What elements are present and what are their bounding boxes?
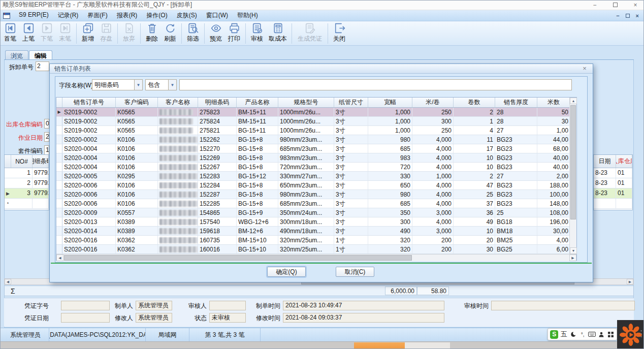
column-header[interactable]: 销售订单号 [62, 98, 116, 107]
menu-item[interactable]: 操作(O) [142, 10, 172, 21]
chevron-down-icon[interactable]: ▼ [168, 80, 176, 90]
vscroll-thumb[interactable] [570, 105, 576, 219]
toolbar-voucher-button[interactable]: 生成凭证 [295, 22, 325, 45]
window-maximize-icon[interactable] [610, 2, 620, 9]
sales-order-row[interactable]: S2019-0002K0565275821BG-15+111000mm/26u.… [56, 126, 576, 135]
sales-order-row[interactable]: S2020-0006K0106152285BG-15+8685mm/23um..… [56, 199, 576, 208]
toolbar-save-button[interactable]: 存盘 [98, 22, 115, 45]
sogou-logo-icon[interactable]: S [550, 330, 558, 339]
sales-order-row[interactable]: S2020-0002K0106152262BG-15+8980mm/23um..… [56, 135, 576, 144]
toolbar-delete-button[interactable]: 删除 [143, 22, 160, 45]
ok-button[interactable]: 确定(Q) [267, 267, 306, 277]
window-minimize-icon[interactable]: − [590, 2, 599, 9]
toolbar-close-form-button[interactable]: 关闭 [331, 22, 348, 45]
field-input[interactable]: 0 [44, 119, 49, 129]
table-row[interactable]: 8-2301 [594, 178, 632, 188]
menu-item[interactable]: 窗口(W) [202, 10, 233, 21]
column-header[interactable]: 销售厚度 [495, 98, 537, 107]
field-input[interactable]: 2 [44, 132, 49, 142]
scroll-up-icon[interactable]: ▲ [570, 98, 577, 104]
column-header-warehouse[interactable]: 入库仓库 [616, 155, 632, 168]
punctuation-icon[interactable]: °, [579, 330, 586, 339]
sales-order-row[interactable]: S2020-0005K0295152283BG-15+12330mm/27um.… [56, 172, 576, 181]
scroll-left-icon[interactable]: ◀ [56, 255, 63, 261]
sales-order-row[interactable]: S2020-0013K0389157540WBG-12+6300mm/18um.… [56, 217, 576, 227]
table-row[interactable] [594, 199, 632, 209]
column-header[interactable]: 卷数 [454, 98, 495, 107]
sales-order-row[interactable]: S2020-0004K0106152267BG-15+8720mm/23um..… [56, 163, 576, 172]
grid-header-row[interactable]: 销售订单号客户编码客户名称明细条码产品名称规格型号纸管尺寸宽幅米/卷卷数销售厚度… [56, 98, 576, 108]
table-row[interactable]: ▶397792 [5, 188, 49, 199]
mdi-minimize-icon[interactable]: − [616, 13, 619, 19]
toolbar-preview-button[interactable]: 预览 [207, 22, 224, 45]
column-header[interactable]: 米/卷 [412, 98, 454, 107]
column-header-no[interactable]: NO# [11, 155, 33, 168]
column-header[interactable]: 米数 [537, 98, 570, 107]
sales-order-row[interactable]: S2020-0016K0362160735BM-15+10320mm/25um.… [56, 236, 576, 245]
scroll-down-icon[interactable]: ▼ [570, 247, 577, 254]
chinese-mode-icon[interactable]: 五 [560, 330, 567, 339]
toolbar-new-record-button[interactable]: 新增 [79, 22, 96, 45]
table-row[interactable]: 197792 [5, 168, 49, 178]
column-header[interactable]: 客户名称 [158, 98, 198, 107]
sales-order-row[interactable]: S2020-0016K0362160016BG-15+10320mm/25um.… [56, 245, 576, 254]
sales-order-row[interactable]: S2019-0002K0565275824BM-15+111000mm/26u.… [56, 117, 576, 126]
taskbar-active-app[interactable] [354, 342, 405, 349]
menu-item[interactable]: 帮助(H) [233, 10, 263, 21]
search-input[interactable] [179, 79, 572, 90]
menu-item[interactable]: 皮肤(S) [172, 10, 202, 21]
table-row[interactable]: * [5, 199, 49, 209]
menu-item[interactable]: 报表(R) [112, 10, 142, 21]
chevron-down-icon[interactable]: ▼ [134, 80, 142, 90]
cancel-button[interactable]: 取消(C) [336, 267, 374, 277]
sales-order-row[interactable]: S2020-0009K0557154865BG-15+9350mm/24um..… [56, 208, 576, 217]
menu-item[interactable]: 界面(F) [83, 10, 112, 21]
scroll-right-icon[interactable]: ▶ [569, 255, 576, 261]
table-row[interactable]: 8-2301 [594, 168, 632, 178]
grid-vscrollbar[interactable]: ▲ ▼ [569, 98, 576, 254]
mdi-restore-icon[interactable] [626, 13, 630, 19]
toolbar-discard-button[interactable]: 放弃 [120, 22, 138, 45]
sales-order-row[interactable]: S2020-0004K0106152269BG-15+8983mm/23um..… [56, 153, 576, 163]
toolbar-cost-button[interactable]: 取成本 [267, 22, 289, 45]
sales-order-row[interactable]: ▶S2019-0002K0565275823BM-15+111000mm/26u… [56, 108, 576, 117]
dialog-close-icon[interactable]: × [581, 65, 589, 73]
column-header[interactable]: 产品名称 [237, 98, 278, 107]
table-row[interactable]: 8-2301 [594, 188, 632, 199]
toolbar-last-record-button[interactable]: 末笔 [56, 22, 74, 45]
person-icon[interactable] [598, 330, 605, 339]
field-input[interactable]: 1 [44, 145, 49, 155]
sales-order-row[interactable]: S2020-0006K0106152287BG-15+8980mm/23um..… [56, 190, 576, 199]
toolbar-refresh-button[interactable]: 刷新 [162, 22, 179, 45]
column-header-detail[interactable]: 明细条码 [33, 155, 49, 168]
sales-order-row[interactable]: S2020-0014K0389159618BM-12+6490mm/18um..… [56, 227, 576, 236]
scroll-left-icon[interactable]: ◀ [5, 279, 11, 284]
column-header[interactable]: 宽幅 [368, 98, 412, 107]
column-header[interactable]: 客户编码 [116, 98, 158, 107]
sales-order-row[interactable]: S2020-0004K0106152270BG-15+8685mm/23um..… [56, 144, 576, 153]
keyboard-icon[interactable] [588, 330, 596, 339]
os-taskbar[interactable] [0, 341, 644, 349]
column-header[interactable]: 明细条码 [198, 98, 237, 107]
table-row[interactable]: 297792 [5, 178, 49, 188]
menu-item[interactable]: 记录(R) [53, 10, 83, 21]
sales-order-row[interactable]: S2020-0006K0106152284BG-15+8650mm/23um..… [56, 181, 576, 190]
hscroll-thumb[interactable] [64, 255, 412, 261]
toolbox-grid-icon[interactable] [607, 330, 615, 339]
column-header[interactable]: 纸管尺寸 [334, 98, 368, 107]
toolbar-print-button[interactable]: 打印 [226, 22, 243, 45]
field-name-select[interactable]: 明细条码 ▼ [92, 79, 143, 90]
dialog-titlebar[interactable]: 销售订单列表 × [50, 64, 593, 74]
field-input[interactable]: 2 [36, 61, 49, 71]
toolbar-audit-button[interactable]: 审核 [248, 22, 266, 45]
scroll-right-icon[interactable]: ▶ [627, 279, 633, 284]
taskbar-app[interactable] [405, 342, 450, 349]
grid-hscrollbar[interactable]: ◀ ▶ [56, 254, 576, 261]
column-header[interactable]: 规格型号 [278, 98, 334, 107]
toolbar-filter-button[interactable]: 筛选 [184, 22, 202, 45]
column-header-date[interactable]: 日期 [594, 155, 616, 168]
operator-select[interactable]: 包含 ▼ [145, 79, 177, 90]
window-close-icon[interactable]: × [631, 2, 640, 9]
mdi-close-icon[interactable]: × [636, 13, 639, 19]
floating-recorder-app-icon[interactable] [617, 320, 644, 349]
